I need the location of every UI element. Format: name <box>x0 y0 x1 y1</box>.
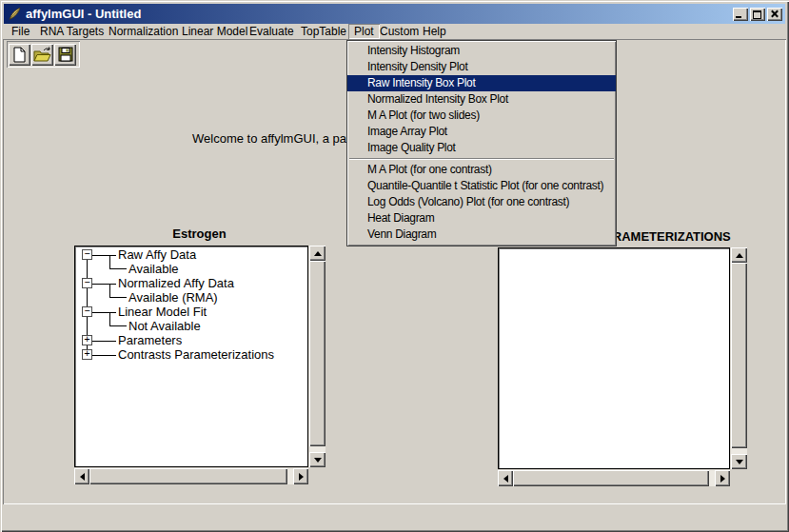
plot-menu-item-qq-t-statistic-plot[interactable]: Quantile-Quantile t Statistic Plot (for … <box>347 178 616 194</box>
scroll-thumb[interactable] <box>513 470 709 486</box>
scroll-down-button[interactable] <box>731 454 747 469</box>
tree-expand-icon[interactable]: + <box>82 335 92 345</box>
arrow-up-icon <box>736 253 743 258</box>
close-button[interactable] <box>767 8 782 21</box>
menubar-item-evaluate[interactable]: Evaluate <box>249 25 294 38</box>
scroll-right-button[interactable] <box>715 470 730 486</box>
estrogen-tree-listbox[interactable]: − − − + + Raw Affy Data Available Normal… <box>74 246 308 467</box>
scroll-left-button[interactable] <box>74 468 89 484</box>
left-vertical-scrollbar[interactable] <box>309 246 325 467</box>
tree-line <box>91 341 116 342</box>
left-panel-title: Estrogen <box>74 227 325 241</box>
scroll-down-button[interactable] <box>309 452 325 467</box>
toolbar <box>7 41 80 68</box>
tree-collapse-icon[interactable]: − <box>82 278 92 288</box>
menubar-item-toptable[interactable]: TopTable <box>301 25 346 38</box>
tree-line <box>91 355 116 356</box>
scroll-up-button[interactable] <box>731 247 747 263</box>
tree-expand-icon[interactable]: + <box>82 349 92 360</box>
tree-item-label[interactable]: Not Available <box>128 319 201 333</box>
scroll-thumb[interactable] <box>89 468 287 484</box>
menubar-item-help[interactable]: Help <box>423 25 446 38</box>
arrow-left-icon <box>503 475 508 483</box>
plot-menu-item-raw-intensity-box-plot[interactable]: Raw Intensity Box Plot <box>347 75 616 91</box>
menubar-item-linear-model[interactable]: Linear Model <box>182 25 247 38</box>
tree-item-label[interactable]: Available (RMA) <box>128 290 218 305</box>
scroll-thumb[interactable] <box>731 263 747 448</box>
plot-menu-item-ma-plot-one-contrast[interactable]: M A Plot (for one contrast) <box>347 162 616 178</box>
title-bar[interactable]: affylmGUI - Untitled <box>4 4 785 24</box>
tree-item-label[interactable]: Linear Model Fit <box>118 305 207 319</box>
arrow-left-icon <box>80 473 85 481</box>
contrasts-listbox[interactable] <box>498 247 730 469</box>
new-file-icon <box>12 47 27 63</box>
minimize-icon <box>736 16 741 18</box>
plot-menu-item-log-odds-volcano-plot[interactable]: Log Odds (Volcano) Plot (for one contras… <box>347 194 616 210</box>
menubar-item-plot[interactable]: Plot <box>348 24 380 39</box>
plot-menu-item-intensity-histogram[interactable]: Intensity Histogram <box>347 43 616 59</box>
tree-item-label[interactable]: Normalized Affy Data <box>118 276 234 290</box>
window-title: affylmGUI - Untitled <box>26 7 141 21</box>
plot-menu-item-normalized-intensity-box-plot[interactable]: Normalized Intensity Box Plot <box>347 91 616 108</box>
new-file-button[interactable] <box>9 44 30 66</box>
tree-item-label[interactable]: Parameters <box>118 333 182 347</box>
menubar-item-file[interactable]: File <box>11 25 30 38</box>
left-horizontal-scrollbar[interactable] <box>74 468 308 484</box>
feather-icon[interactable] <box>7 7 22 22</box>
menubar-item-rna-targets[interactable]: RNA Targets <box>40 25 104 38</box>
save-icon <box>58 47 73 62</box>
app-window: affylmGUI - Untitled File RNA Targets No… <box>0 0 789 532</box>
maximize-button[interactable] <box>750 8 765 21</box>
arrow-up-icon <box>314 251 322 256</box>
save-button[interactable] <box>54 44 76 66</box>
arrow-down-icon <box>314 458 322 463</box>
plot-menu: Intensity Histogram Intensity Density Pl… <box>346 40 617 246</box>
right-vertical-scrollbar[interactable] <box>731 247 747 469</box>
scroll-up-button[interactable] <box>309 246 325 261</box>
arrow-down-icon <box>736 460 743 464</box>
open-folder-icon <box>33 47 51 63</box>
plot-menu-item-image-quality-plot[interactable]: Image Quality Plot <box>347 140 616 156</box>
arrow-right-icon <box>720 475 725 483</box>
menu-separator <box>349 158 614 160</box>
tree-item-label[interactable]: Available <box>128 262 179 276</box>
minimize-button[interactable] <box>733 8 748 21</box>
plot-menu-item-intensity-density-plot[interactable]: Intensity Density Plot <box>347 59 616 75</box>
scroll-right-button[interactable] <box>293 468 308 484</box>
arrow-right-icon <box>299 473 304 481</box>
maximize-icon <box>753 10 761 19</box>
tree-item-label[interactable]: Contrasts Parameterizations <box>118 347 274 362</box>
menu-bar: File RNA Targets Normalization Linear Mo… <box>4 24 785 39</box>
plot-menu-item-venn-diagram[interactable]: Venn Diagram <box>347 227 616 243</box>
tree-collapse-icon[interactable]: − <box>82 306 92 317</box>
scroll-thumb[interactable] <box>309 261 325 446</box>
menubar-item-normalization[interactable]: Normalization <box>108 25 178 38</box>
plot-menu-item-ma-plot-two-slides[interactable]: M A Plot (for two slides) <box>347 108 616 124</box>
window-controls <box>733 8 782 21</box>
status-bar <box>4 506 785 526</box>
plot-menu-item-image-array-plot[interactable]: Image Array Plot <box>347 124 616 140</box>
tree-item-label[interactable]: Raw Affy Data <box>118 247 196 262</box>
welcome-text: Welcome to affylmGUI, a pa <box>192 131 346 146</box>
tree-collapse-icon[interactable]: − <box>82 249 92 260</box>
plot-menu-item-heat-diagram[interactable]: Heat Diagram <box>347 210 616 227</box>
right-horizontal-scrollbar[interactable] <box>498 470 730 486</box>
scroll-left-button[interactable] <box>498 470 513 486</box>
menubar-item-custom[interactable]: Custom <box>380 25 419 38</box>
open-file-button[interactable] <box>31 44 53 66</box>
